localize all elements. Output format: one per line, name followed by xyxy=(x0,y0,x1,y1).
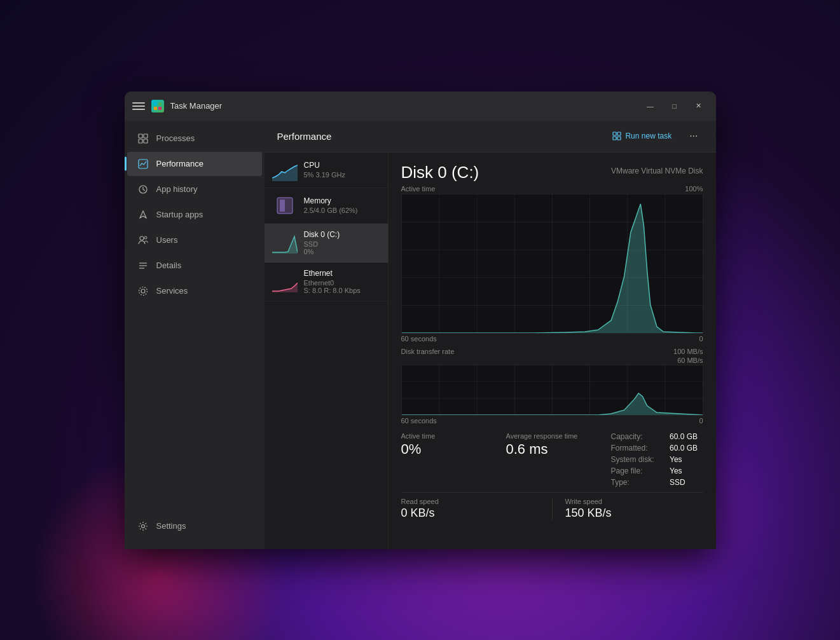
stat-write-speed: Write speed 150 KB/s xyxy=(565,498,703,520)
minimize-button[interactable]: — xyxy=(641,100,660,112)
read-speed-value: 0 KB/s xyxy=(401,507,539,520)
svg-marker-25 xyxy=(272,236,298,254)
write-speed-label: Write speed xyxy=(565,498,703,505)
svg-rect-2 xyxy=(154,107,157,110)
capacity-label: Capacity: xyxy=(611,432,659,441)
sidebar-label-startup-apps: Startup apps xyxy=(156,210,203,219)
sidebar-label-performance: Performance xyxy=(156,159,203,168)
sidebar-spacer xyxy=(125,304,265,508)
chart1-bottom-right: 0 xyxy=(699,335,703,343)
ethernet-sub: Ethernet0 S: 8.0 R: 8.0 Kbps xyxy=(304,279,380,294)
chart2-bottom-left: 60 seconds xyxy=(401,417,437,425)
performance-icon xyxy=(137,158,149,170)
chart2-bottom-right: 0 xyxy=(699,417,703,425)
detail-title: Disk 0 (C:) xyxy=(401,163,479,182)
sidebar-item-performance[interactable]: Performance xyxy=(127,152,262,176)
type-label: Type: xyxy=(611,478,659,487)
svg-rect-7 xyxy=(144,139,148,143)
device-item-cpu[interactable]: CPU 5% 3.19 GHz xyxy=(265,153,388,188)
svg-point-16 xyxy=(139,287,147,295)
active-time-value: 0% xyxy=(401,441,493,458)
sidebar-item-services[interactable]: Services xyxy=(127,279,262,303)
avg-response-label: Average response time xyxy=(506,432,598,440)
device-list: CPU 5% 3.19 GHz Memory xyxy=(265,153,389,549)
header-actions: Run new task ··· xyxy=(607,128,703,144)
chart2-mid-right: 60 MB/s xyxy=(677,357,703,364)
svg-point-15 xyxy=(141,289,145,293)
stat-active-time: Active time 0% xyxy=(401,432,493,487)
window-body: Processes Performance xyxy=(125,121,716,549)
svg-rect-4 xyxy=(139,134,142,138)
app-icon xyxy=(151,100,164,112)
device-item-ethernet[interactable]: Ethernet Ethernet0 S: 8.0 R: 8.0 Kbps xyxy=(265,262,388,301)
stats-row: Active time 0% Average response time 0.6… xyxy=(401,432,703,487)
sidebar-bottom: Settings xyxy=(125,508,265,544)
sidebar-item-app-history[interactable]: App history xyxy=(127,177,262,201)
cpu-mini-graph xyxy=(272,159,298,181)
chart2-mid-label-row: 60 MB/s xyxy=(401,357,703,364)
window-controls: — □ ✕ xyxy=(641,100,708,112)
disk-name: Disk 0 (C:) xyxy=(304,230,380,239)
hamburger-icon[interactable] xyxy=(132,100,145,112)
cpu-info: CPU 5% 3.19 GHz xyxy=(304,161,380,179)
sidebar-item-settings[interactable]: Settings xyxy=(127,514,262,538)
capacity-value: 60.0 GB xyxy=(670,432,703,441)
chart1-bottom-left: 60 seconds xyxy=(401,335,437,343)
run-task-icon xyxy=(612,132,621,140)
memory-info: Memory 2.5/4.0 GB (62%) xyxy=(304,196,380,214)
svg-point-10 xyxy=(140,236,144,240)
ethernet-mini-graph xyxy=(272,270,298,292)
active-time-chart xyxy=(401,194,703,334)
device-item-disk0[interactable]: Disk 0 (C:) SSD 0% xyxy=(265,224,388,262)
stat-divider xyxy=(552,498,553,520)
sidebar: Processes Performance xyxy=(125,121,265,549)
svg-marker-22 xyxy=(272,165,298,181)
content-area: CPU 5% 3.19 GHz Memory xyxy=(265,153,716,549)
sidebar-item-users[interactable]: Users xyxy=(127,228,262,252)
detail-panel: Disk 0 (C:) VMware Virtual NVMe Disk Act… xyxy=(389,153,716,549)
processes-icon xyxy=(137,133,149,144)
transfer-rate-chart-container: Disk transfer rate 100 MB/s 60 MB/s xyxy=(401,348,703,425)
device-item-memory[interactable]: Memory 2.5/4.0 GB (62%) xyxy=(265,188,388,224)
sidebar-item-startup-apps[interactable]: Startup apps xyxy=(127,203,262,227)
details-icon xyxy=(137,260,149,271)
svg-point-17 xyxy=(141,524,144,528)
system-disk-value: Yes xyxy=(670,455,703,464)
detail-header: Disk 0 (C:) VMware Virtual NVMe Disk xyxy=(401,163,703,182)
svg-rect-18 xyxy=(613,132,616,135)
sidebar-label-processes: Processes xyxy=(156,133,195,143)
sidebar-label-details: Details xyxy=(156,261,182,270)
close-button[interactable]: ✕ xyxy=(689,100,708,112)
active-time-chart-container: Active time 100% xyxy=(401,185,703,343)
svg-rect-0 xyxy=(154,102,157,106)
disk-info: Disk 0 (C:) SSD 0% xyxy=(304,230,380,255)
formatted-label: Formatted: xyxy=(611,444,659,453)
transfer-rate-chart xyxy=(401,365,703,416)
active-time-label: Active time xyxy=(401,432,493,440)
cpu-name: CPU xyxy=(304,161,380,170)
svg-rect-5 xyxy=(144,134,148,138)
chart2-time-label: 60 seconds 0 xyxy=(401,417,703,425)
chart1-top-label: Active time xyxy=(401,185,436,193)
disk-mini-graph xyxy=(272,231,298,254)
more-options-button[interactable]: ··· xyxy=(684,128,703,144)
main-header: Performance Run new task ··· xyxy=(265,121,716,153)
sidebar-item-processes[interactable]: Processes xyxy=(127,126,262,151)
svg-rect-21 xyxy=(617,137,621,140)
window-title: Task Manager xyxy=(170,101,635,111)
read-speed-label: Read speed xyxy=(401,498,539,505)
sidebar-item-details[interactable]: Details xyxy=(127,254,262,278)
page-title: Performance xyxy=(277,131,608,142)
services-icon xyxy=(137,285,149,297)
app-history-icon xyxy=(137,184,149,195)
stat-read-speed: Read speed 0 KB/s xyxy=(401,498,539,520)
svg-rect-1 xyxy=(158,102,162,106)
sidebar-label-services: Services xyxy=(156,286,188,296)
maximize-button[interactable]: □ xyxy=(665,100,684,112)
run-new-task-button[interactable]: Run new task xyxy=(607,129,677,143)
memory-name: Memory xyxy=(304,196,380,205)
disk-sub: SSD 0% xyxy=(304,240,380,255)
main-content: Performance Run new task ··· xyxy=(265,121,716,549)
write-speed-value: 150 KB/s xyxy=(565,507,703,520)
svg-rect-3 xyxy=(158,107,162,110)
